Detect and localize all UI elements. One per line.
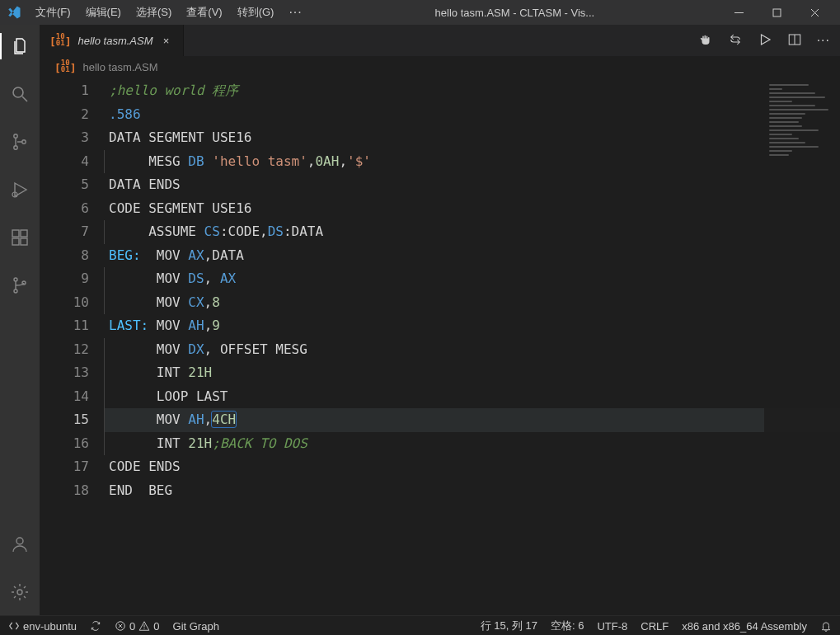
activity-search[interactable] xyxy=(0,78,40,111)
breadcrumb-file: hello tasm.ASM xyxy=(83,61,158,73)
svg-marker-9 xyxy=(15,183,26,196)
search-icon xyxy=(10,84,30,104)
account-icon xyxy=(10,534,30,554)
status-indent[interactable]: 空格: 6 xyxy=(551,619,584,633)
status-error-count: 0 xyxy=(129,620,135,633)
code-line[interactable]: LOOP LAST xyxy=(104,385,840,409)
line-number: 9 xyxy=(40,267,89,291)
code-line[interactable]: MOV CX,8 xyxy=(104,291,840,315)
activity-run[interactable] xyxy=(0,173,40,206)
svg-rect-11 xyxy=(12,230,19,237)
code-line[interactable]: .586 xyxy=(104,103,840,127)
activity-extensions[interactable] xyxy=(0,221,40,254)
svg-point-4 xyxy=(13,87,23,97)
svg-line-5 xyxy=(22,96,27,101)
git-graph-icon xyxy=(10,275,30,295)
code-line[interactable]: MOV DS, AX xyxy=(104,267,840,291)
compare-icon[interactable] xyxy=(728,32,743,49)
menu-select[interactable]: 选择(S) xyxy=(129,2,179,23)
code-line[interactable]: DATA ENDS xyxy=(104,173,840,197)
asm-file-icon: 1001 xyxy=(49,33,72,48)
activity-explorer[interactable] xyxy=(0,30,40,63)
tab-bar: 1001 hello tasm.ASM × ··· xyxy=(40,25,840,56)
menu-file[interactable]: 文件(F) xyxy=(28,2,78,23)
status-sync[interactable] xyxy=(90,620,101,632)
window-title: hello tasm.ASM - CLTASM - Vis... xyxy=(312,7,718,19)
status-remote[interactable]: env-ubuntu xyxy=(8,620,77,633)
code-line[interactable]: MESG DB 'hello tasm',0AH,'$' xyxy=(104,150,840,174)
error-icon xyxy=(115,620,126,632)
split-editor-icon[interactable] xyxy=(787,32,802,49)
svg-point-16 xyxy=(14,289,17,293)
bell-icon xyxy=(820,620,832,632)
activity-account[interactable] xyxy=(0,528,40,561)
line-number: 8 xyxy=(40,244,89,268)
menu-edit[interactable]: 编辑(E) xyxy=(78,2,129,23)
line-number: 6 xyxy=(40,197,89,221)
title-bar: 文件(F) 编辑(E) 选择(S) 查看(V) 转到(G) ··· hello … xyxy=(0,0,840,25)
code-line[interactable]: LAST: MOV AH,9 xyxy=(104,314,840,338)
minimize-button[interactable] xyxy=(720,0,758,25)
code-line[interactable]: DATA SEGMENT USE16 xyxy=(104,126,840,150)
line-number: 13 xyxy=(40,361,89,385)
code-line[interactable]: END BEG xyxy=(104,479,840,503)
line-number: 4 xyxy=(40,150,89,174)
minimap[interactable] xyxy=(764,78,840,615)
code-editor[interactable]: 123456789101112131415161718 ;hello world… xyxy=(40,78,840,615)
window-controls xyxy=(720,0,833,25)
status-warning-count: 0 xyxy=(153,620,159,633)
tab-actions: ··· xyxy=(688,25,840,56)
breadcrumb[interactable]: 1001 hello tasm.ASM xyxy=(40,56,840,78)
svg-point-19 xyxy=(17,590,22,595)
code-line[interactable]: BEG: MOV AX,DATA xyxy=(104,244,840,268)
code-line[interactable]: ASSUME CS:CODE,DS:DATA xyxy=(104,220,840,244)
line-number: 14 xyxy=(40,385,89,409)
code-line[interactable]: CODE ENDS xyxy=(104,455,840,479)
svg-rect-13 xyxy=(21,238,27,245)
svg-point-15 xyxy=(14,278,17,281)
svg-rect-14 xyxy=(21,230,27,237)
run-icon[interactable] xyxy=(758,32,772,49)
svg-point-27 xyxy=(144,628,145,629)
code-line[interactable]: ;hello world 程序 xyxy=(104,79,840,103)
activity-bar xyxy=(0,25,40,615)
status-language[interactable]: x86 and x86_64 Assembly xyxy=(682,620,807,633)
tab-hello-tasm[interactable]: 1001 hello tasm.ASM × xyxy=(40,25,184,56)
code-line[interactable]: MOV DX, OFFSET MESG xyxy=(104,338,840,362)
run-debug-icon xyxy=(10,180,30,200)
svg-point-6 xyxy=(14,134,17,138)
warning-icon xyxy=(138,620,150,632)
status-encoding[interactable]: UTF-8 xyxy=(597,620,627,633)
line-number: 17 xyxy=(40,455,89,479)
maximize-button[interactable] xyxy=(758,0,795,25)
svg-point-7 xyxy=(14,146,17,149)
activity-git-graph[interactable] xyxy=(0,269,40,302)
svg-rect-0 xyxy=(734,12,744,13)
grab-icon[interactable] xyxy=(698,32,713,49)
status-eol[interactable]: CRLF xyxy=(641,620,669,633)
line-number: 2 xyxy=(40,103,89,127)
extensions-icon xyxy=(10,228,30,247)
status-cursor[interactable]: 行 15, 列 17 xyxy=(481,619,537,633)
line-number: 1 xyxy=(40,79,89,103)
status-git-graph[interactable]: Git Graph xyxy=(173,620,219,633)
menu-view[interactable]: 查看(V) xyxy=(179,2,229,23)
code-lines[interactable]: ;hello world 程序.586DATA SEGMENT USE16 ME… xyxy=(104,78,840,615)
status-notifications[interactable] xyxy=(820,620,832,632)
status-problems[interactable]: 0 0 xyxy=(115,620,159,633)
status-bar: env-ubuntu 0 0 Git Graph 行 15, 列 17 空格: … xyxy=(0,615,840,635)
close-button[interactable] xyxy=(795,0,833,25)
tab-close-icon[interactable]: × xyxy=(160,35,173,47)
line-number: 3 xyxy=(40,126,89,150)
code-line[interactable]: MOV AH,4CH xyxy=(104,408,840,432)
code-line[interactable]: INT 21H;BACK TO DOS xyxy=(104,432,840,456)
sync-icon xyxy=(90,620,101,632)
tab-more-icon[interactable]: ··· xyxy=(817,33,830,48)
code-line[interactable]: INT 21H xyxy=(104,361,840,385)
menu-more-icon[interactable]: ··· xyxy=(281,2,309,23)
code-line[interactable]: CODE SEGMENT USE16 xyxy=(104,197,840,221)
activity-settings[interactable] xyxy=(0,576,40,609)
menu-goto[interactable]: 转到(G) xyxy=(230,2,282,23)
activity-scm[interactable] xyxy=(0,125,40,158)
line-number: 12 xyxy=(40,338,89,362)
